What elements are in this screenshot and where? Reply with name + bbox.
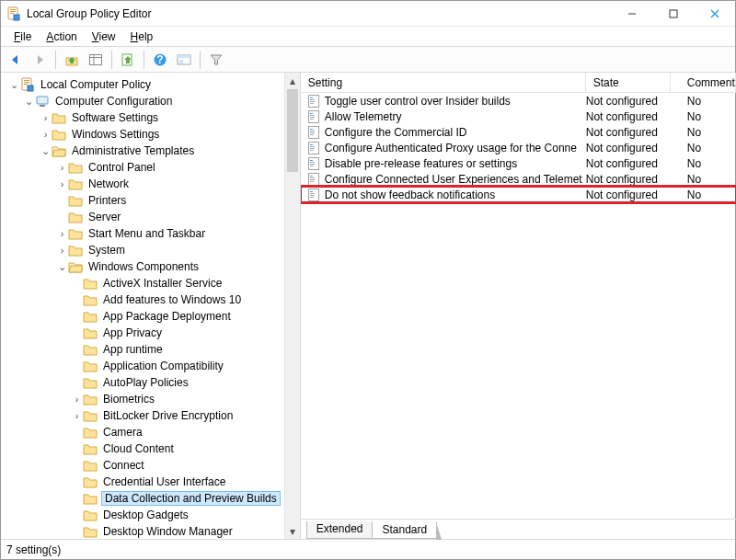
minimize-button[interactable]	[611, 1, 652, 27]
tree-label: Software Settings	[70, 111, 160, 124]
back-button[interactable]	[5, 49, 27, 71]
folder-icon	[68, 193, 83, 208]
tree-node[interactable]: ⌄ Local Computer Policy	[5, 76, 284, 93]
setting-comment: No	[687, 157, 701, 170]
expand-icon[interactable]: ›	[56, 178, 68, 189]
collapse-icon[interactable]: ⌄	[23, 96, 35, 108]
folder-open-icon	[68, 259, 83, 274]
tree-node[interactable]: › Software Settings	[5, 109, 284, 126]
collapse-icon[interactable]: ⌄	[8, 79, 20, 91]
setting-row[interactable]: Allow Telemetry Not configured No	[301, 109, 736, 124]
expand-icon[interactable]: ›	[71, 394, 83, 405]
tree-node[interactable]: › System	[5, 242, 284, 258]
tree-scrollbar[interactable]: ▴ ▾	[284, 73, 300, 539]
tree-node[interactable]: Credential User Interface	[5, 474, 284, 490]
policy-icon	[306, 141, 321, 155]
expand-icon[interactable]: ›	[40, 112, 52, 123]
scroll-thumb[interactable]	[287, 89, 298, 172]
policy-tree[interactable]: ⌄ Local Computer Policy ⌄ Computer Confi…	[1, 73, 284, 539]
title-bar[interactable]: Local Group Policy Editor	[1, 1, 735, 27]
setting-row[interactable]: Do not show feedback notifications Not c…	[301, 187, 736, 202]
col-setting[interactable]: Setting	[301, 73, 586, 92]
menu-bar: File Action View Help	[1, 27, 735, 47]
folder-icon	[83, 425, 98, 440]
tree-node[interactable]: › Start Menu and Taskbar	[5, 225, 284, 242]
tree-node[interactable]: Server	[5, 209, 284, 225]
tree-node[interactable]: Printers	[5, 192, 284, 209]
setting-row[interactable]: Toggle user control over Insider builds …	[301, 93, 736, 109]
tree-node[interactable]: Data Collection and Preview Builds	[5, 490, 284, 507]
up-button[interactable]	[61, 49, 83, 71]
tree-node[interactable]: ⌄ Administrative Templates	[5, 143, 284, 159]
folder-icon	[52, 127, 66, 142]
tree-node[interactable]: App runtime	[5, 341, 284, 358]
collapse-icon[interactable]: ⌄	[56, 261, 68, 273]
tree-node[interactable]: › Control Panel	[5, 159, 284, 176]
properties-button[interactable]	[173, 49, 195, 71]
tree-node[interactable]: ⌄ Computer Configuration	[5, 93, 284, 109]
export-list-button[interactable]	[117, 49, 139, 71]
folder-open-icon	[52, 143, 66, 158]
filter-button[interactable]	[205, 49, 227, 71]
gpedit-icon	[20, 77, 35, 92]
tree-label: Printers	[86, 194, 128, 207]
setting-row[interactable]: Configure the Commercial ID Not configur…	[301, 124, 736, 140]
expand-icon[interactable]: ›	[40, 129, 52, 140]
expand-icon[interactable]: ›	[56, 162, 68, 173]
setting-row[interactable]: Disable pre-release features or settings…	[301, 155, 736, 171]
close-button[interactable]	[694, 1, 735, 27]
setting-comment: No	[687, 142, 701, 154]
tree-node[interactable]: › Biometrics	[5, 391, 284, 407]
forward-button[interactable]	[29, 49, 51, 71]
tree-node[interactable]: ActiveX Installer Service	[5, 275, 284, 291]
folder-up-icon	[64, 52, 79, 67]
expand-icon[interactable]: ›	[56, 245, 68, 256]
setting-name: Disable pre-release features or settings	[325, 157, 517, 170]
status-text: 7 setting(s)	[6, 543, 61, 556]
tree-label: Server	[86, 211, 122, 223]
menu-action[interactable]: Action	[39, 29, 84, 45]
menu-view[interactable]: View	[85, 29, 123, 45]
tree-node[interactable]: App Privacy	[5, 325, 284, 341]
tree-label: Start Menu and Taskbar	[86, 227, 207, 240]
tree-node[interactable]: › Network	[5, 176, 284, 192]
tree-node[interactable]: Desktop Gadgets	[5, 507, 284, 523]
setting-name: Configure Authenticated Proxy usage for …	[325, 142, 577, 154]
tree-node[interactable]: ⌄ Windows Components	[5, 258, 284, 275]
tree-node[interactable]: › Windows Settings	[5, 126, 284, 143]
maximize-button[interactable]	[652, 1, 694, 27]
tab-extended[interactable]: Extended	[306, 521, 374, 539]
expand-icon[interactable]: ›	[56, 228, 68, 239]
tree-node[interactable]: Application Compatibility	[5, 358, 284, 374]
col-comment[interactable]: Comment	[671, 73, 736, 92]
setting-state: Not configured	[586, 142, 658, 154]
menu-help[interactable]: Help	[123, 29, 161, 45]
tree-node[interactable]: Add features to Windows 10	[5, 291, 284, 308]
collapse-icon[interactable]: ⌄	[40, 145, 52, 157]
setting-comment: No	[687, 95, 701, 108]
expand-icon[interactable]: ›	[71, 410, 83, 421]
folder-icon	[83, 375, 98, 390]
setting-row[interactable]: Configure Connected User Experiences and…	[301, 171, 736, 187]
help-button[interactable]	[149, 49, 171, 71]
tree-node[interactable]: App Package Deployment	[5, 308, 284, 325]
tree-node[interactable]: Connect	[5, 457, 284, 474]
tree-node[interactable]: AutoPlay Policies	[5, 374, 284, 391]
setting-row[interactable]: Configure Authenticated Proxy usage for …	[301, 140, 736, 155]
show-hide-tree-button[interactable]	[85, 49, 107, 71]
setting-state: Not configured	[586, 189, 658, 201]
tree-node[interactable]: Desktop Window Manager	[5, 523, 284, 539]
tree-node[interactable]: Cloud Content	[5, 440, 284, 457]
tab-standard[interactable]: Standard	[372, 521, 437, 539]
settings-list[interactable]: Toggle user control over Insider builds …	[301, 93, 736, 519]
scroll-down-icon[interactable]: ▾	[285, 523, 300, 539]
setting-name: Configure the Commercial ID	[325, 126, 467, 139]
folder-icon	[52, 110, 66, 125]
tree-label: System	[86, 244, 127, 257]
col-state[interactable]: State	[586, 73, 671, 92]
menu-file[interactable]: File	[6, 29, 39, 45]
tree-node[interactable]: › BitLocker Drive Encryption	[5, 407, 284, 424]
policy-icon	[306, 125, 321, 140]
scroll-up-icon[interactable]: ▴	[285, 73, 300, 88]
tree-node[interactable]: Camera	[5, 424, 284, 440]
